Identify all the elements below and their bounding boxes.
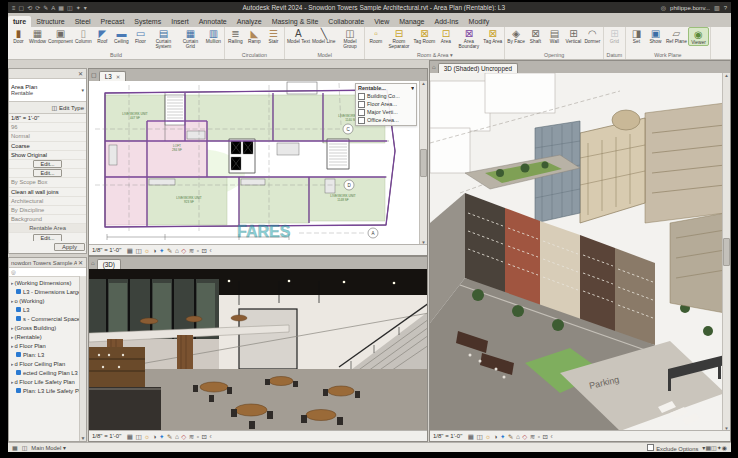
quick-access-toolbar[interactable]: ≡▢⟲⟳✎A▦◫✦▾ xyxy=(12,3,87,13)
property-row[interactable]: Normal xyxy=(9,132,86,141)
plan-control-icon-11[interactable]: ‹ xyxy=(210,246,212,255)
interior-control-icon-5[interactable]: ✎ xyxy=(167,432,172,441)
ribbon-tab-view[interactable]: View xyxy=(369,16,394,27)
interior-control-icon-6[interactable]: ⌂ xyxy=(175,432,179,441)
interior-view-tab[interactable]: (3D) xyxy=(97,259,121,269)
exterior-render[interactable]: Parking xyxy=(430,73,725,433)
ribbon-button-ramp[interactable]: ◣Ramp xyxy=(245,27,264,44)
plan-control-icon-3[interactable]: ◑ xyxy=(153,246,157,255)
ribbon-button-viewer[interactable]: ◉Viewer xyxy=(688,27,709,46)
ribbon-button-stair[interactable]: ☰Stair xyxy=(264,27,283,44)
qat-icon-1[interactable]: ▢ xyxy=(19,3,25,13)
exterior-control-icon-0[interactable]: ▦ xyxy=(468,432,474,441)
browser-item-working-dimensions[interactable]: ▸(Working Dimensions) xyxy=(11,278,85,287)
exterior-scale[interactable]: 1/8" = 1'-0" xyxy=(433,433,462,439)
browser-item-l3[interactable]: L3 xyxy=(11,305,85,314)
ribbon-button-wall[interactable]: ▤Wall xyxy=(545,27,564,44)
ribbon-button-tag-room[interactable]: ⊠Tag Room xyxy=(412,27,436,44)
plan-control-icon-6[interactable]: ⌂ xyxy=(175,246,179,255)
close-icon[interactable]: ✕ xyxy=(77,259,84,266)
browser-item-rentable[interactable]: ▸(Rentable) xyxy=(11,332,85,341)
browser-item-ected-ceiling-plan-l3[interactable]: ected Ceiling Plan L3 xyxy=(11,368,85,377)
interior-control-icon-11[interactable]: ‹ xyxy=(210,432,212,441)
property-row[interactable]: Show Original xyxy=(9,151,86,160)
plan-view-tab[interactable]: L3 ✕ xyxy=(99,71,127,81)
browser-scrollbar[interactable]: ▼ xyxy=(79,276,86,441)
filter-option-major-verti[interactable]: Major Verti... xyxy=(358,108,414,116)
interior-control-icon-7[interactable]: ◇ xyxy=(181,432,186,441)
ribbon-button-by-face[interactable]: ◈By Face xyxy=(506,27,526,44)
ribbon-button-railing[interactable]: ≣Railing xyxy=(226,27,245,44)
ribbon-tab-analyze[interactable]: Analyze xyxy=(232,16,267,27)
interior-control-icon-4[interactable]: ✦ xyxy=(159,432,164,441)
ribbon-button-set[interactable]: ◨Set xyxy=(627,27,646,44)
ribbon-tab-structure[interactable]: Structure xyxy=(31,16,69,27)
browser-item-d-floor-ceiling-plan[interactable]: ▸d Floor Ceiling Plan xyxy=(11,359,85,368)
ribbon-button-tag-area[interactable]: ⊠Tag Area xyxy=(482,27,503,44)
browser-item-o-working[interactable]: ▸o (Working) xyxy=(11,296,85,305)
checkbox[interactable] xyxy=(358,109,365,116)
property-row[interactable]: By Discipline xyxy=(9,206,86,215)
help-icon[interactable]: ? xyxy=(724,5,727,11)
ribbon-button-model-line[interactable]: ╲Model Line xyxy=(311,27,336,44)
ribbon-button-curtain-system[interactable]: ▤Curtain System xyxy=(150,27,177,50)
ribbon-button-door[interactable]: ▮Door xyxy=(9,27,28,44)
property-row[interactable]: Edit... xyxy=(9,169,86,178)
exterior-control-icon-8[interactable]: ≋ xyxy=(530,432,535,441)
ribbon-button-curtain-grid[interactable]: ▦Curtain Grid xyxy=(177,27,204,50)
exterior-view-tab[interactable]: 3D (Shaded) Uncropped xyxy=(438,63,518,73)
ribbon-button-show[interactable]: ▣Show xyxy=(646,27,665,44)
exterior-control-icon-7[interactable]: ◇ xyxy=(522,432,527,441)
exterior-control-icon-10[interactable]: ⊡ xyxy=(543,432,548,441)
plan-control-icon-2[interactable]: ☼ xyxy=(144,246,150,255)
plan-control-icon-5[interactable]: ✎ xyxy=(167,246,172,255)
ribbon-button-model-text[interactable]: AModel Text xyxy=(286,27,311,44)
tree-expand-icon[interactable]: ▸ xyxy=(11,298,14,304)
browser-item-gross-building[interactable]: ▸(Gross Building) xyxy=(11,323,85,332)
tree-expand-icon[interactable]: ▸ xyxy=(11,343,14,349)
filter-option-floor-area[interactable]: Floor Area... xyxy=(358,100,414,108)
ribbon-button-window[interactable]: ▦Window xyxy=(28,27,47,44)
chevron-down-icon[interactable]: ▾ xyxy=(81,87,84,93)
ribbon-tab-systems[interactable]: Systems xyxy=(129,16,166,27)
ribbon-tab-annotate[interactable]: Annotate xyxy=(194,16,232,27)
property-row[interactable]: 1/8" = 1'-0" xyxy=(9,114,86,123)
ribbon-tab-collaborate[interactable]: Collaborate xyxy=(323,16,369,27)
ribbon-button-floor[interactable]: ▭Floor xyxy=(131,27,150,44)
ribbon-button-dormer[interactable]: ◠Dormer xyxy=(583,27,602,44)
main-model-dropdown[interactable]: Main Model ▾ xyxy=(31,445,66,451)
qat-icon-0[interactable]: ≡ xyxy=(12,3,16,13)
browser-item-plan-l3-life-safety-plan[interactable]: Plan: L3 Life Safety Plan xyxy=(11,386,85,395)
exterior-control-icon-1[interactable]: ◫ xyxy=(476,432,482,441)
home-icon[interactable]: ⌂ xyxy=(91,258,95,269)
ribbon-button-component[interactable]: ▣Component xyxy=(47,27,74,44)
design-options-icon[interactable]: ◫ xyxy=(22,444,28,451)
plan-control-icon-8[interactable]: ≋ xyxy=(189,246,194,255)
type-selector[interactable]: Area Plan Rentable ▾ xyxy=(9,79,86,102)
interior-control-icon-3[interactable]: ◑ xyxy=(153,432,157,441)
selection-filter-icons[interactable]: ▾▦◫✦◉ xyxy=(702,444,727,451)
tree-expand-icon[interactable]: ▸ xyxy=(11,361,14,367)
browser-item-d-floor-plan[interactable]: ▸d Floor Plan xyxy=(11,341,85,350)
ribbon-button-model-group[interactable]: ◫Model Group xyxy=(336,27,363,50)
filter-option-building-co[interactable]: Building Co... xyxy=(358,92,414,100)
ribbon-button-room-separator[interactable]: ⊟Room Separator xyxy=(385,27,412,50)
browser-item-d-floor-life-safety-plan[interactable]: ▸d Floor Life Safety Plan xyxy=(11,377,85,386)
qat-icon-4[interactable]: ✎ xyxy=(43,3,48,13)
home-icon[interactable]: ⌂ xyxy=(432,62,436,73)
plan-control-icon-7[interactable]: ◇ xyxy=(181,246,186,255)
property-row[interactable]: 96 xyxy=(9,123,86,132)
interior-control-icon-1[interactable]: ◫ xyxy=(135,432,141,441)
qat-icon-2[interactable]: ⟲ xyxy=(27,3,32,13)
ribbon-button-room[interactable]: ▫Room xyxy=(366,27,385,44)
browser-item-plan-l3[interactable]: Plan: L3 xyxy=(11,350,85,359)
interior-scale[interactable]: 1/8" = 1'-0" xyxy=(92,433,121,439)
exterior-control-icon-6[interactable]: ⌂ xyxy=(516,432,520,441)
interior-control-icon-0[interactable]: ▦ xyxy=(127,432,133,441)
tree-expand-icon[interactable]: ▸ xyxy=(11,379,14,385)
ribbon-button-area-boundary[interactable]: ⊠Area Boundary xyxy=(455,27,482,50)
property-edit-button[interactable]: Edit... xyxy=(33,160,61,168)
qat-icon-6[interactable]: ▦ xyxy=(58,3,64,13)
plan-control-icon-0[interactable]: ▦ xyxy=(127,246,133,255)
close-icon[interactable]: ✕ xyxy=(116,74,121,80)
